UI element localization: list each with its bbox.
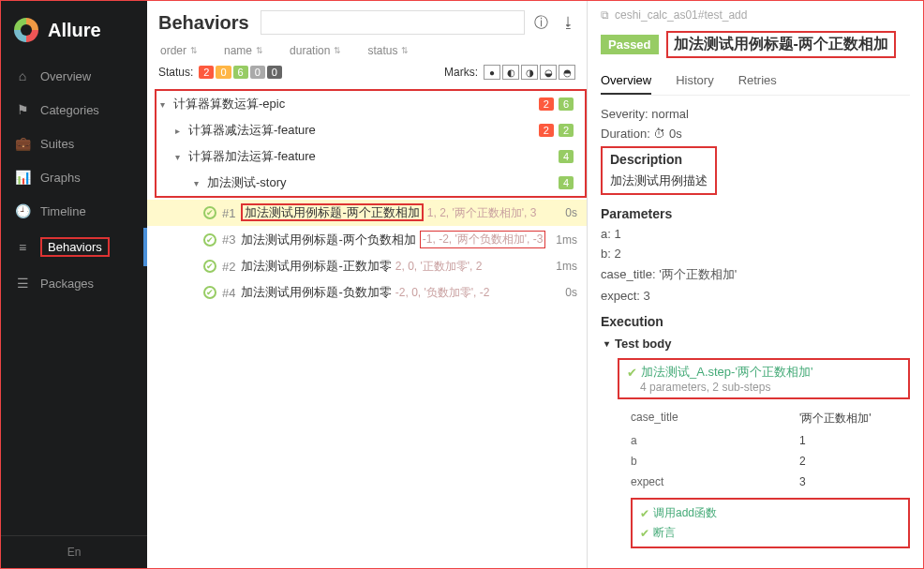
substep-row[interactable]: ✔调用add函数 <box>640 503 901 523</box>
chevron-down-icon[interactable]: ▾ <box>194 178 207 188</box>
status-filter-badge[interactable]: 0 <box>216 66 231 79</box>
mark-filter-button[interactable]: ◑ <box>521 65 538 80</box>
nav-label: Behaviors <box>40 237 110 257</box>
step-block: ✔ 加法测试_A.step-'两个正数相加' 4 parameters, 2 s… <box>618 358 910 399</box>
step-param-value: 1 <box>799 434 806 447</box>
chevron-right-icon[interactable]: ▸ <box>175 126 188 136</box>
status-filter-badge[interactable]: 0 <box>267 66 282 79</box>
status-pass-icon: ✔ <box>203 233 216 247</box>
status-filter-badge[interactable]: 2 <box>199 66 214 79</box>
param-value: 3 <box>644 289 650 303</box>
test-case-row[interactable]: ✔#2加法测试用例标题-正数加零2, 0, '正数加零', 21ms <box>147 253 587 279</box>
info-icon[interactable]: ⓘ <box>534 14 548 32</box>
parameter-row: expect: 3 <box>601 289 910 303</box>
duration-value: ⏱ 0s <box>653 127 681 141</box>
download-icon[interactable]: ⭳ <box>561 14 575 32</box>
param-key: expect: <box>601 289 640 303</box>
count-badge: 2 <box>539 124 554 137</box>
sort-duration[interactable]: duration ⇅ <box>290 44 341 57</box>
status-pass-icon: ✔ <box>203 260 216 273</box>
test-case-row[interactable]: ✔#1加法测试用例标题-两个正数相加1, 2, '两个正数相加', 30s <box>147 200 587 226</box>
mark-filter-button[interactable]: ● <box>484 65 500 80</box>
status-label: Status: <box>158 66 193 79</box>
chevron-down-icon[interactable]: ▾ <box>160 99 173 110</box>
test-body-toggle[interactable]: ▾ Test body <box>604 337 910 351</box>
tree-story[interactable]: ▾ 加法测试-story 4 <box>156 170 585 196</box>
status-filter-badge[interactable]: 0 <box>250 66 265 79</box>
nav-label: Graphs <box>40 171 81 185</box>
parameter-row: b: 2 <box>601 247 910 261</box>
detail-panel: ⧉ ceshi_calc_as01#test_add Passed 加法测试用例… <box>588 1 923 568</box>
param-key: case_title: <box>601 267 656 281</box>
chevron-down-icon[interactable]: ▾ <box>175 152 188 162</box>
count-badge: 2 <box>559 124 574 137</box>
description-block: Description 加法测试用例描述 <box>601 146 717 195</box>
mark-filter-button[interactable]: ◒ <box>540 65 557 80</box>
mark-filter-button[interactable]: ◐ <box>502 65 519 80</box>
nav-icon: ⌂ <box>14 68 31 83</box>
sort-status[interactable]: status ⇅ <box>367 44 409 57</box>
case-duration: 0s <box>565 286 577 299</box>
feature-label: 计算器加法运算-feature <box>188 148 559 165</box>
nav-label: Overview <box>40 69 91 83</box>
duration-label: Duration: <box>601 127 650 141</box>
status-filter-badge[interactable]: 6 <box>233 66 248 79</box>
nav-item-behaviors[interactable]: ≡Behaviors <box>1 228 147 266</box>
case-title: 加法测试用例标题-两个负数相加 <box>241 232 415 248</box>
case-title: 加法测试用例标题-两个正数相加 <box>241 204 423 221</box>
nav-label: Categories <box>40 103 99 117</box>
detail-tabs: OverviewHistoryRetries <box>601 67 910 96</box>
sort-name[interactable]: name ⇅ <box>224 44 263 57</box>
nav-icon: 📊 <box>14 170 31 185</box>
nav-item-graphs[interactable]: 📊Graphs <box>1 160 147 194</box>
sort-row: order ⇅name ⇅duration ⇅status ⇅ <box>147 40 587 61</box>
nav-label: Suites <box>40 137 74 151</box>
parameters-heading: Parameters <box>601 206 910 221</box>
nav-icon: 🕘 <box>14 203 31 218</box>
tab-retries[interactable]: Retries <box>738 67 777 95</box>
tree-feature[interactable]: ▸ 计算器减法运算-feature 22 <box>156 117 585 143</box>
search-input[interactable] <box>261 10 525 35</box>
mark-filter-button[interactable]: ◓ <box>559 65 575 80</box>
case-title: 加法测试用例标题-正数加零 <box>241 258 391 275</box>
substep-row[interactable]: ✔断言 <box>640 523 901 543</box>
case-params: -1, -2, '两个负数相加', -3 <box>420 231 546 248</box>
language-switcher[interactable]: En <box>1 535 147 568</box>
parameter-row: a: 1 <box>601 227 910 241</box>
execution-heading: Execution <box>601 314 910 329</box>
nav-item-timeline[interactable]: 🕘Timeline <box>1 194 147 228</box>
tab-history[interactable]: History <box>676 67 713 95</box>
check-icon: ✔ <box>640 507 649 520</box>
nav-item-suites[interactable]: 💼Suites <box>1 127 147 160</box>
step-row[interactable]: ✔ 加法测试_A.step-'两个正数相加' <box>627 364 901 381</box>
sort-caret-icon: ⇅ <box>256 46 263 55</box>
brand: Allure <box>1 1 147 59</box>
nav-icon: ≡ <box>14 240 31 255</box>
status-filter-row: Status: 20600 Marks: ●◐◑◒◓ <box>147 61 587 87</box>
test-case-row[interactable]: ✔#3加法测试用例标题-两个负数相加-1, -2, '两个负数相加', -31m… <box>147 226 587 253</box>
nav-item-packages[interactable]: ☰Packages <box>1 266 147 300</box>
copy-icon[interactable]: ⧉ <box>601 8 609 22</box>
sort-caret-icon: ⇅ <box>190 46 198 55</box>
nav-icon: ⚑ <box>14 102 31 117</box>
severity-label: Severity: <box>601 107 648 121</box>
test-title: 加法测试用例标题-两个正数相加 <box>666 31 896 58</box>
tree-epic[interactable]: ▾ 计算器算数运算-epic 26 <box>156 91 585 117</box>
description-heading: Description <box>610 152 708 167</box>
nav-icon: 💼 <box>14 136 31 151</box>
substeps-block: ✔调用add函数✔断言 <box>631 498 910 548</box>
param-value: 1 <box>614 227 620 241</box>
step-param-value: '两个正数相加' <box>799 411 872 427</box>
behaviors-panel: Behaviors ⓘ ⭳ order ⇅name ⇅duration ⇅sta… <box>147 1 588 568</box>
nav-item-categories[interactable]: ⚑Categories <box>1 93 147 127</box>
status-pass-icon: ✔ <box>203 206 216 219</box>
sort-order[interactable]: order ⇅ <box>160 44 198 57</box>
description-text: 加法测试用例描述 <box>610 172 708 189</box>
test-case-row[interactable]: ✔#4加法测试用例标题-负数加零-2, 0, '负数加零', -20s <box>147 279 587 306</box>
tab-overview[interactable]: Overview <box>601 67 651 95</box>
tree-feature[interactable]: ▾ 计算器加法运算-feature 4 <box>156 143 585 170</box>
param-value: '两个正数相加' <box>659 267 737 281</box>
nav-item-overview[interactable]: ⌂Overview <box>1 59 147 93</box>
step-summary: 4 parameters, 2 sub-steps <box>640 381 901 394</box>
nav-icon: ☰ <box>14 276 31 291</box>
